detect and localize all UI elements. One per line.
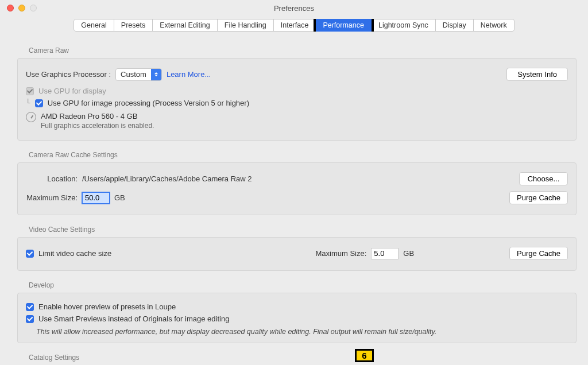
- tab-lightroom-sync[interactable]: Lightroom Sync: [372, 19, 436, 32]
- hover-preview-checkbox[interactable]: [26, 303, 34, 311]
- cache-unit-label: GB: [114, 193, 125, 202]
- panel-develop: Enable hover preview of presets in Loupe…: [17, 293, 577, 343]
- section-label-cache: Camera Raw Cache Settings: [29, 151, 577, 159]
- section-label-camera-raw: Camera Raw: [29, 46, 577, 55]
- learn-more-link[interactable]: Learn More...: [167, 70, 211, 79]
- cache-location-value: /Users/apple/Library/Caches/Adobe Camera…: [82, 174, 252, 183]
- use-gpu-image-label: Use GPU for image processing (Process Ve…: [48, 99, 249, 107]
- titlebar: Preferences: [0, 0, 588, 16]
- purge-cache-button[interactable]: Purge Cache: [509, 191, 568, 204]
- video-purge-cache-button[interactable]: Purge Cache: [509, 247, 568, 260]
- tab-display[interactable]: Display: [436, 19, 474, 32]
- tree-line-icon: └: [26, 99, 30, 107]
- smart-previews-label: Use Smart Previews instead of Originals …: [38, 314, 229, 323]
- tab-file-handling[interactable]: File Handling: [218, 19, 274, 32]
- use-gpu-display-checkbox: [26, 87, 34, 95]
- section-label-catalog: Catalog Settings: [29, 354, 577, 362]
- use-gpu-image-checkbox[interactable]: [35, 99, 43, 107]
- window-title: Preferences: [0, 4, 588, 13]
- cache-maxsize-input[interactable]: [82, 192, 110, 204]
- tab-external-editing[interactable]: External Editing: [153, 19, 218, 32]
- chevron-updown-icon: [151, 69, 161, 80]
- section-label-develop: Develop: [29, 281, 577, 289]
- use-gpu-display-label: Use GPU for display: [38, 87, 106, 95]
- video-unit-label: GB: [403, 249, 414, 258]
- tab-interface[interactable]: Interface: [274, 19, 316, 32]
- smart-previews-checkbox[interactable]: [26, 315, 34, 323]
- limit-video-cache-checkbox[interactable]: [26, 250, 34, 258]
- annotation-badge-6: 6: [355, 349, 374, 362]
- tab-presets[interactable]: Presets: [114, 19, 153, 32]
- gpu-processor-label: Use Graphics Processor :: [26, 70, 111, 79]
- system-info-button[interactable]: System Info: [506, 68, 568, 81]
- cache-maxsize-label: Maximum Size:: [26, 193, 78, 202]
- gauge-icon: [26, 112, 36, 122]
- gpu-status-label: Full graphics acceleration is enabled.: [41, 122, 154, 130]
- gpu-name-label: AMD Radeon Pro 560 - 4 GB: [41, 112, 154, 121]
- choose-button[interactable]: Choose...: [519, 172, 568, 185]
- gpu-processor-select[interactable]: Custom: [115, 68, 162, 81]
- video-maxsize-label: Maximum Size:: [315, 249, 366, 258]
- tab-network[interactable]: Network: [474, 19, 514, 32]
- section-label-video-cache: Video Cache Settings: [29, 226, 577, 234]
- hover-preview-label: Enable hover preview of presets in Loupe: [38, 302, 176, 311]
- panel-camera-raw: Use Graphics Processor : Custom Learn Mo…: [17, 58, 577, 141]
- panel-cache: Location: /Users/apple/Library/Caches/Ad…: [17, 162, 577, 215]
- tab-general[interactable]: General: [74, 19, 114, 32]
- cache-location-label: Location:: [26, 174, 78, 183]
- panel-video-cache: Limit video cache size Maximum Size: GB …: [17, 237, 577, 271]
- develop-note: This will allow increased performance, b…: [36, 328, 568, 336]
- limit-video-cache-label: Limit video cache size: [38, 249, 111, 258]
- video-maxsize-input[interactable]: [371, 248, 399, 259]
- tab-bar: GeneralPresetsExternal EditingFile Handl…: [0, 19, 588, 32]
- tab-performance[interactable]: Performance: [316, 19, 372, 32]
